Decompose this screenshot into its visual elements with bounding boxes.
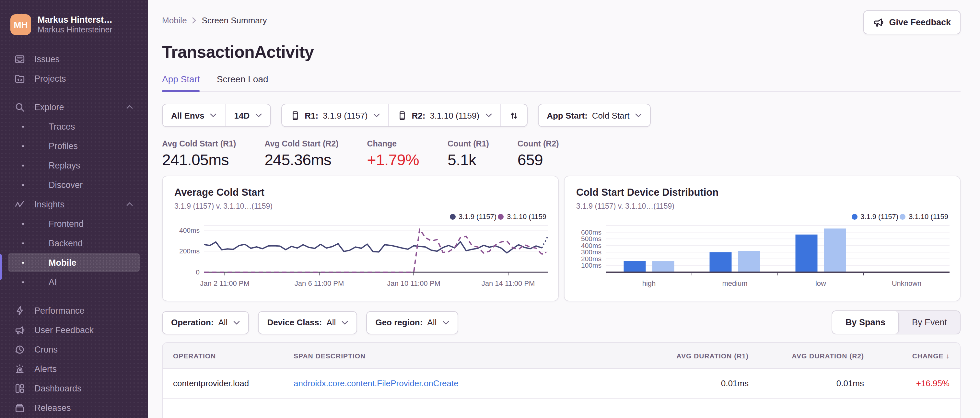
tab-screen-load[interactable]: Screen Load: [217, 74, 268, 91]
geo-region-filter[interactable]: Geo region: All: [367, 312, 457, 334]
svg-text:500ms: 500ms: [581, 235, 601, 242]
sidebar-item-alerts[interactable]: Alerts: [8, 359, 140, 378]
stat-label: Avg Cold Start (R1): [162, 139, 236, 148]
sidebar-item-explore[interactable]: Explore: [8, 97, 140, 117]
spans-table: OPERATION SPAN DESCRIPTION AVG DURATION …: [162, 342, 961, 418]
svg-text:Jan 2 11:00 PM: Jan 2 11:00 PM: [200, 279, 249, 288]
environment-filter[interactable]: All Envs: [163, 104, 225, 126]
toggle-by-event[interactable]: By Event: [899, 311, 960, 334]
stat-label: Avg Cold Start (R2): [264, 139, 338, 148]
column-header-avg-duration-r1[interactable]: AVG DURATION (R1): [636, 351, 759, 359]
column-header-avg-duration-r2[interactable]: AVG DURATION (R2): [759, 351, 874, 359]
charts-row: Average Cold Start 3.1.9 (1157) v. 3.1.1…: [162, 176, 961, 301]
sidebar-active-indicator: [0, 254, 2, 280]
stat-value-change: +1.79%: [367, 151, 419, 169]
sidebar-item-mobile[interactable]: Mobile: [8, 253, 140, 272]
app-start-type-filter[interactable]: App Start: Cold Start: [538, 104, 650, 126]
swap-releases-button[interactable]: [500, 104, 527, 126]
legend-label: 3.1.9 (1157): [861, 213, 898, 220]
user-menu[interactable]: MH Markus Hinterst… Markus Hintersteiner: [8, 14, 140, 35]
breadcrumb-current: Screen Summary: [202, 15, 267, 25]
megaphone-icon: [14, 324, 25, 335]
sidebar-item-label: Discover: [49, 180, 83, 189]
line-chart: 400ms200ms0Jan 2 11:00 PMJan 6 11:00 PMJ…: [174, 222, 548, 294]
sidebar-item-label: Replays: [49, 161, 80, 170]
release-2-selector[interactable]: R2: 3.1.10 (1159): [388, 104, 500, 126]
sidebar-item-replays[interactable]: Replays: [8, 156, 140, 175]
sidebar-item-projects[interactable]: Projects: [8, 69, 140, 88]
svg-text:Jan 14 11:00 PM: Jan 14 11:00 PM: [482, 279, 535, 288]
release-2-value: 3.1.10 (1159): [430, 111, 479, 120]
release-1-label: R1:: [305, 111, 318, 120]
user-name: Markus Hinterst…: [38, 14, 113, 25]
sidebar-item-releases[interactable]: Releases: [8, 398, 140, 417]
sidebar-item-label: Performance: [34, 305, 84, 315]
avg-cold-start-chart-card: Average Cold Start 3.1.9 (1157) v. 3.1.1…: [162, 176, 559, 301]
svg-text:400ms: 400ms: [581, 242, 601, 249]
device-class-filter-label: Device Class:: [267, 318, 322, 327]
app-start-type-value: Cold Start: [592, 111, 630, 120]
legend-item-r2[interactable]: 3.1.10 (1159: [900, 213, 948, 220]
tab-app-start[interactable]: App Start: [162, 74, 200, 91]
avatar: MH: [10, 14, 31, 35]
mobile-phone-icon: [290, 111, 300, 120]
release-1-value: 3.1.9 (1157): [323, 111, 368, 120]
chart-title: Cold Start Device Distribution: [576, 187, 948, 198]
chevron-down-icon: [342, 321, 348, 324]
sidebar-item-issues[interactable]: Issues: [8, 49, 140, 69]
sidebar-item-label: Explore: [34, 102, 64, 112]
sidebar-item-profiles[interactable]: Profiles: [8, 136, 140, 156]
table-header: OPERATION SPAN DESCRIPTION AVG DURATION …: [163, 343, 960, 369]
chevron-down-icon: [210, 113, 217, 117]
sidebar-item-label: Traces: [49, 121, 75, 131]
sidebar-item-ai[interactable]: AI: [8, 272, 140, 292]
column-header-change[interactable]: CHANGE ↓: [874, 351, 960, 359]
stat-value: 245.36ms: [264, 151, 338, 169]
sort-descending-icon: ↓: [946, 351, 950, 359]
sidebar-item-traces[interactable]: Traces: [8, 117, 140, 136]
legend-item-r1[interactable]: 3.1.9 (1157): [851, 213, 898, 220]
give-feedback-label: Give Feedback: [889, 17, 951, 27]
sidebar-item-label: Frontend: [49, 219, 84, 229]
svg-text:200ms: 200ms: [179, 247, 200, 255]
column-header-operation[interactable]: OPERATION: [163, 351, 283, 359]
operation-filter[interactable]: Operation: All: [163, 312, 248, 334]
sidebar-item-backend[interactable]: Backend: [8, 233, 140, 253]
sidebar-item-label: User Feedback: [34, 325, 94, 335]
date-range-filter[interactable]: 14D: [225, 104, 270, 126]
sidebar-item-insights[interactable]: Insights: [8, 194, 140, 214]
release-1-selector[interactable]: R1: 3.1.9 (1157): [282, 104, 388, 126]
toggle-by-spans[interactable]: By Spans: [832, 311, 899, 334]
app-window: MH Markus Hinterst… Markus Hintersteiner…: [0, 0, 980, 418]
device-class-filter[interactable]: Device Class: All: [259, 312, 356, 334]
sidebar-item-dashboards[interactable]: Dashboards: [8, 378, 140, 398]
chevron-down-icon: [485, 113, 492, 117]
geo-region-filter-value: All: [427, 318, 436, 327]
chevron-down-icon: [374, 113, 380, 117]
operation-filter-group: Operation: All: [162, 311, 249, 334]
device-distribution-chart-card: Cold Start Device Distribution 3.1.9 (11…: [564, 176, 961, 301]
sidebar-item-performance[interactable]: Performance: [8, 301, 140, 320]
sidebar-item-user-feedback[interactable]: User Feedback: [8, 320, 140, 340]
sidebar-item-label: Alerts: [34, 364, 57, 373]
legend-dot: [900, 213, 905, 219]
column-header-span-description[interactable]: SPAN DESCRIPTION: [283, 351, 636, 359]
legend-item-r2[interactable]: 3.1.10 (1159: [498, 213, 546, 220]
legend-item-r1[interactable]: 3.1.9 (1157): [450, 213, 496, 220]
filter-bar: All Envs 14D R1: 3.1.9 (1157): [162, 104, 961, 127]
sidebar-item-discover[interactable]: Discover: [8, 175, 140, 194]
sidebar-item-crons[interactable]: Crons: [8, 340, 140, 359]
cell-operation: contentprovider.load: [163, 378, 283, 388]
svg-text:high: high: [642, 279, 656, 288]
chart-subtitle: 3.1.9 (1157) v. 3.1.10…(1159): [174, 202, 546, 210]
release-filter-group: R1: 3.1.9 (1157) R2: 3.1.10 (1159): [281, 104, 527, 127]
svg-text:0: 0: [196, 268, 200, 276]
operation-filter-label: Operation:: [171, 318, 213, 327]
chevron-down-icon: [442, 321, 449, 324]
breadcrumb-mobile[interactable]: Mobile: [162, 15, 187, 25]
give-feedback-button[interactable]: Give Feedback: [863, 10, 961, 34]
device-class-filter-group: Device Class: All: [258, 311, 357, 334]
cell-span-description-link[interactable]: androidx.core.content.FileProvider.onCre…: [283, 378, 636, 388]
sidebar-item-frontend[interactable]: Frontend: [8, 214, 140, 233]
dashboard-grid-icon: [14, 383, 25, 394]
